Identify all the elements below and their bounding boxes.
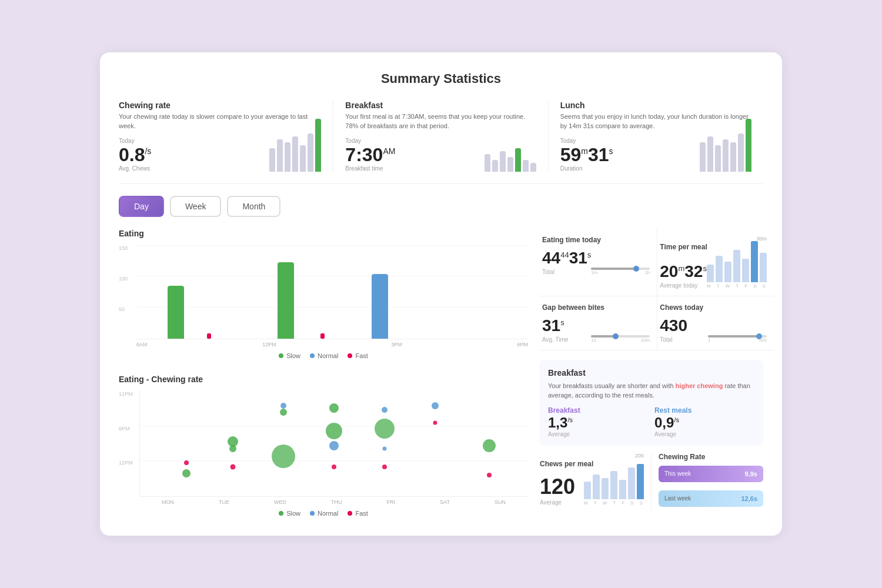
chews-per-meal-title: Chews per meal — [540, 460, 644, 468]
breakfast-info-title: Breakfast — [548, 368, 755, 377]
breakfast-compare: Breakfast 1,3/s Average Rest meals 0,9/s… — [548, 406, 755, 437]
x-label-6pm: 6PM — [517, 342, 528, 348]
mini-bar — [300, 145, 306, 172]
chewing-mini-chart — [269, 142, 321, 172]
chewing-rate-right-title: Chewing Rate — [659, 453, 763, 461]
lunch-stat-desc: Seems that you enjoy in lunch today, you… — [560, 112, 751, 131]
mb — [760, 253, 767, 282]
this-week-bar-row: This week 9,9s — [659, 466, 763, 482]
scatter-legend-normal: Normal — [310, 510, 338, 517]
x-label-6am: 6AM — [136, 342, 148, 348]
time-per-meal-chart — [707, 256, 767, 282]
bottom-right-grid: 200 Chews per meal 120 Average — [540, 453, 763, 510]
chewing-rate-scatter-section: Eating - Chewing rate 11PM 6PM 12PM — [119, 375, 528, 517]
period-buttons: Day Week Month — [119, 196, 763, 217]
x-day-tue: TUE — [219, 499, 229, 505]
time-per-meal-block: 30m Time per meal 20m32s Average today — [657, 229, 774, 296]
eating-time-slider — [591, 268, 650, 270]
x-day-thu: THU — [331, 499, 342, 505]
breakfast-info-block: Breakfast Your breakfasts usually are sh… — [540, 360, 763, 446]
gap-between-bites-title: Gap between bites — [542, 303, 650, 312]
legend-fast: Fast — [348, 352, 368, 359]
breakfast-info-text: Your breakfasts usually are shorter and … — [548, 381, 755, 400]
scatter-fast-label: Fast — [355, 510, 368, 517]
stats-grid: Eating time today 444431s Total — [540, 229, 763, 350]
week-button[interactable]: Week — [170, 196, 222, 217]
breakfast-compare-left: Breakfast 1,3/s Average — [548, 406, 649, 437]
gap-slider — [591, 335, 650, 338]
main-grid: Eating 150 100 50 — [119, 229, 763, 517]
x-label-12pm: 12PM — [262, 342, 276, 348]
chews-today-block: Chews today 430 Total 1 — [657, 296, 774, 350]
scatter-legend-slow: Slow — [279, 510, 300, 517]
slow-label: Slow — [286, 352, 300, 359]
normal-label: Normal — [318, 352, 338, 359]
eating-section: Eating 150 100 50 — [119, 229, 528, 363]
mini-bar — [715, 145, 721, 172]
mini-bar — [269, 148, 275, 172]
last-week-label: Last week — [664, 495, 691, 502]
mini-bar — [292, 136, 298, 172]
mini-bar — [285, 142, 290, 172]
main-card: Summary Statistics Chewing rate Your che… — [100, 52, 782, 536]
chewing-value: 0.8/s — [119, 145, 151, 164]
slider-min: 1m — [591, 270, 597, 275]
top-stats-row: Chewing rate Your chewing rate today is … — [119, 101, 763, 184]
mini-bar — [523, 160, 529, 172]
breakfast-today-label: Today — [345, 138, 395, 144]
mb — [628, 467, 635, 499]
chews-per-meal-chart — [584, 473, 644, 499]
eating-chart: 150 100 50 — [119, 245, 528, 363]
breakfast-stat-title: Breakfast — [345, 101, 536, 110]
gap-between-bites-block: Gap between bites 31s Avg. Time — [540, 296, 657, 350]
rest-meals-sub: Average — [654, 431, 755, 437]
chews-per-meal-value: 120 — [540, 475, 575, 499]
mini-bar — [507, 157, 513, 172]
scatter-fast-dot — [348, 511, 352, 516]
breakfast-stat-block: Breakfast Your first meal is at 7:30AM, … — [333, 101, 548, 172]
right-column: Eating time today 444431s Total — [540, 229, 763, 517]
page-title: Summary Statistics — [119, 71, 763, 86]
legend-normal: Normal — [310, 352, 338, 359]
lunch-today-label: Today — [560, 138, 613, 144]
mini-bar — [738, 133, 744, 172]
breakfast-value: 7:30AM — [345, 145, 395, 164]
breakfast-highlight: higher chewing — [676, 382, 723, 389]
chews-today-value: 430 — [660, 316, 687, 335]
mini-bar — [700, 142, 706, 172]
mini-bar — [485, 154, 490, 172]
x-label-3pm: 3PM — [391, 342, 402, 348]
this-week-label: This week — [664, 470, 691, 477]
time-per-meal-sub: Average today — [660, 282, 707, 289]
month-button[interactable]: Month — [227, 196, 280, 217]
mb — [593, 475, 600, 499]
mini-bar — [723, 139, 729, 172]
breakfast-compare-val: 1,3/s — [548, 415, 649, 431]
fast-label: Fast — [355, 352, 368, 359]
eating-title: Eating — [119, 229, 528, 238]
scatter-chart: 11PM 6PM 12PM — [119, 391, 528, 497]
gap-slider-max: 10m — [641, 338, 650, 343]
breakfast-stat-desc: Your first meal is at 7:30AM, seems that… — [345, 112, 536, 131]
gap-value: 31s — [542, 316, 568, 335]
mini-bar-accent — [515, 148, 521, 172]
eating-time-block: Eating time today 444431s Total — [540, 229, 657, 296]
eating-time-value: 444431s — [542, 249, 591, 268]
mb — [602, 478, 609, 499]
breakfast-mini-chart — [485, 142, 536, 172]
lunch-value: 59m31s — [560, 145, 613, 164]
scatter-normal-dot — [310, 511, 315, 516]
lunch-mini-chart — [700, 142, 751, 172]
x-day-mon: MON — [162, 499, 174, 505]
chews-today-sub: Total — [660, 336, 687, 343]
chewing-rate-block: Chewing rate Your chewing rate today is … — [119, 101, 333, 172]
chews-slider — [708, 335, 767, 338]
scatter-slow-dot — [279, 511, 283, 516]
slow-dot — [279, 353, 283, 358]
breakfast-compare-sub: Average — [548, 431, 649, 437]
x-day-wed: WED — [274, 499, 286, 505]
mini-bar — [277, 139, 283, 172]
rest-meals-block: Rest meals 0,9/s Average — [654, 406, 755, 437]
x-day-sun: SUN — [495, 499, 506, 505]
day-button[interactable]: Day — [119, 196, 164, 217]
